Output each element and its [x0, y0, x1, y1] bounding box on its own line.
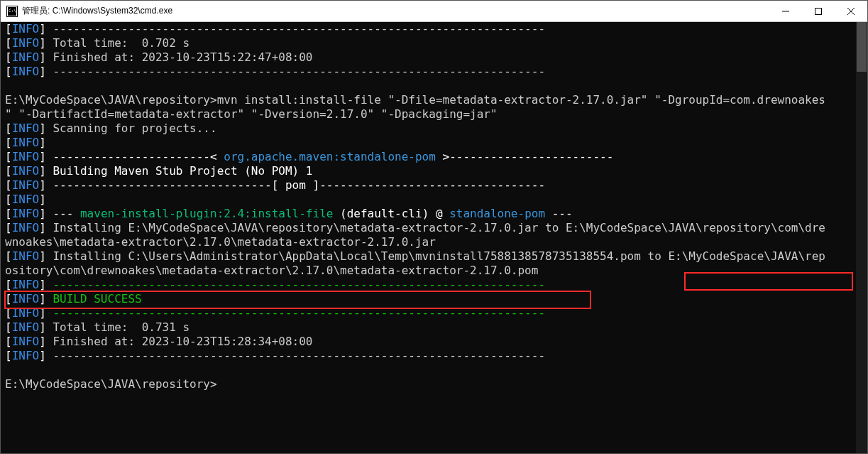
line: ----------------------------------------… [46, 349, 545, 362]
line: Installing E:\MyCodeSpace\JAVA\repositor… [46, 221, 825, 234]
line: --- [46, 207, 80, 220]
line: Total time: 0.702 s [46, 36, 189, 50]
line: ository\com\drewnoakes\metadata-extracto… [5, 264, 538, 277]
terminal-area[interactable]: [INFO] ---------------------------------… [1, 22, 867, 453]
line: ----------------------------------------… [46, 65, 545, 78]
svg-text:C:\: C:\ [9, 8, 16, 13]
window-title: 管理员: C:\Windows\System32\cmd.exe [22, 5, 769, 17]
standalone: standalone-pom [449, 207, 545, 220]
command: " "-DartifactId=metadata-extractor" "-Dv… [5, 107, 498, 121]
build-success: BUILD SUCCESS [53, 292, 141, 306]
titlebar[interactable]: C:\ 管理员: C:\Windows\System32\cmd.exe [1, 1, 867, 22]
plugin: maven-install-plugin:2.4:install-file [80, 207, 333, 220]
prompt: E:\MyCodeSpace\JAVA\repository> [5, 377, 217, 391]
scrollbar-thumb[interactable] [857, 22, 867, 72]
line: Scanning for projects... [46, 121, 217, 135]
line: Installing C:\Users\Administrator\AppDat… [46, 249, 825, 263]
cmd-window: C:\ 管理员: C:\Windows\System32\cmd.exe [IN… [0, 0, 868, 454]
line: Building Maven Stub Project (No POM) 1 [46, 164, 313, 178]
line: Total time: 0.731 s [46, 320, 189, 334]
scrollbar[interactable] [856, 22, 867, 453]
line: Finished at: 2023-10-23T15:28:34+08:00 [46, 335, 313, 348]
close-button[interactable] [835, 1, 867, 21]
line: -----------------------< [46, 150, 224, 163]
line: ----------------------------------------… [46, 278, 545, 291]
prompt: E:\MyCodeSpace\JAVA\repository> [5, 93, 217, 107]
window-controls [769, 1, 867, 21]
minimize-button[interactable] [769, 1, 802, 21]
line: >------------------------ [436, 150, 613, 163]
cmd-icon: C:\ [6, 6, 18, 17]
line: --- [545, 207, 573, 220]
line: --------------------------------[ pom ]-… [46, 178, 545, 192]
pom-link: org.apache.maven:standalone-pom [224, 150, 436, 163]
line: wnoakes\metadata-extractor\2.17.0\metada… [5, 235, 436, 249]
line: ----------------------------------------… [46, 306, 545, 320]
command: mvn install:install-file "-Dfile=metadat… [217, 93, 825, 107]
svg-rect-5 [815, 8, 822, 14]
maximize-button[interactable] [802, 1, 835, 21]
terminal-output: [INFO] ---------------------------------… [1, 22, 867, 391]
line: Finished at: 2023-10-23T15:22:47+08:00 [46, 50, 313, 64]
line: ----------------------------------------… [46, 22, 545, 36]
line: (default-cli) @ [333, 207, 449, 220]
